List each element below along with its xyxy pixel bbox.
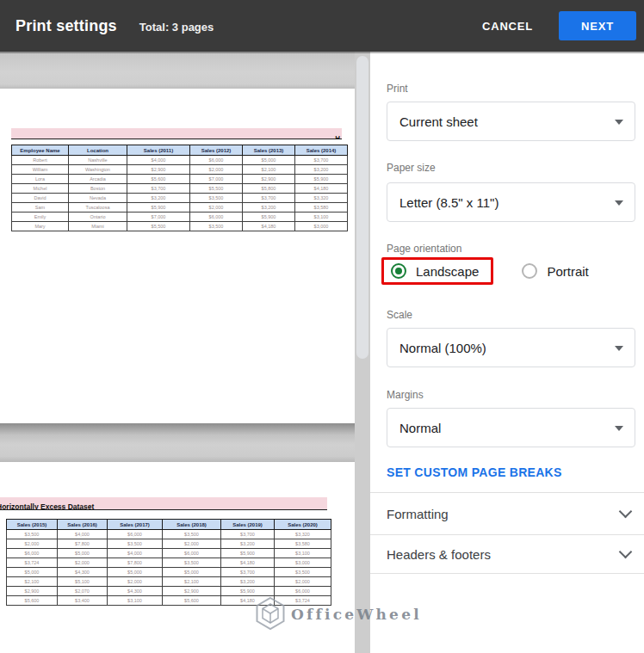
table-cell: $5,900 — [295, 175, 348, 184]
formatting-section-label: Formatting — [387, 507, 449, 521]
table-cell: $4,180 — [243, 222, 295, 231]
table-header-row: Employee NameLocationSales (2011)Sales (… — [12, 145, 348, 156]
table-cell: $3,200 — [127, 194, 190, 203]
table-cell: Miami — [69, 222, 127, 231]
table-cell: William — [12, 165, 69, 175]
table-cell: $5,600 — [7, 596, 58, 606]
table-cell: $5,900 — [243, 213, 295, 222]
radio-selected-icon[interactable] — [391, 263, 406, 279]
table-cell: $3,320 — [275, 530, 331, 539]
table-cell: $2,100 — [7, 577, 58, 587]
table-cell: Ontario — [69, 213, 127, 222]
table-cell: $4,300 — [58, 568, 108, 577]
dropdown-arrow-icon — [615, 200, 623, 206]
table-row: LoraArcadia$5,600$7,000$2,900$5,900 — [12, 175, 348, 184]
table-cell: $5,600 — [163, 596, 221, 606]
table-row: $3,500$4,000$6,000$3,500$3,700$3,320 — [7, 530, 331, 539]
table-cell: $3,500 — [7, 530, 58, 539]
table-cell: $4,000 — [127, 156, 190, 165]
table-cell: David — [12, 194, 69, 203]
preview-page-gap — [0, 423, 355, 462]
table-row: $5,000$4,300$5,000$5,000$3,700$3,500 — [7, 568, 331, 577]
table-cell: Sam — [12, 203, 69, 213]
table-cell: $7,800 — [58, 539, 108, 549]
table-cell: $5,000 — [163, 568, 221, 577]
page1-title-fragment: H — [335, 133, 342, 139]
table-row: $2,900$2,070$4,300$2,900$5,900$6,000 — [7, 587, 331, 596]
paper-size-field-label: Paper size — [387, 162, 436, 174]
table-cell: Michel — [12, 184, 69, 194]
table-cell: Washington — [69, 165, 127, 175]
table-cell: $6,000 — [163, 549, 221, 558]
print-preview-pane: H Employee NameLocationSales (2011)Sales… — [0, 52, 370, 653]
table-cell: $4,180 — [221, 596, 275, 606]
column-header: Sales (2017) — [108, 520, 163, 530]
paper-size-select[interactable]: Letter (8.5" x 11") — [387, 182, 635, 222]
table-cell: $4,000 — [108, 549, 163, 558]
table-cell: $6,000 — [190, 156, 243, 165]
column-header: Employee Name — [12, 145, 69, 156]
table-row: $2,100$5,100$2,000$2,100$3,200$2,000 — [7, 577, 331, 587]
table-cell: $3,100 — [275, 549, 331, 558]
table-cell: $3,700 — [127, 184, 190, 194]
column-header: Sales (2013) — [243, 145, 295, 156]
table-cell: $2,000 — [275, 577, 331, 587]
table-cell: $5,800 — [243, 184, 295, 194]
table-row: DavidNevada$3,200$3,500$3,700$3,320 — [12, 194, 348, 203]
column-header: Sales (2016) — [58, 520, 108, 530]
radio-unselected-icon[interactable] — [522, 263, 537, 279]
table-row: EmilyOntario$7,000$6,000$5,900$3,100 — [12, 213, 348, 222]
column-header: Sales (2015) — [7, 520, 58, 530]
table-row: $6,000$5,000$4,000$6,000$5,900$3,100 — [7, 549, 331, 558]
table-cell: $3,500 — [275, 568, 331, 577]
table-cell: $6,000 — [7, 549, 58, 558]
landscape-radio-option[interactable]: Landscape — [381, 257, 493, 285]
table-cell: $2,000 — [190, 165, 243, 175]
margins-select-value: Normal — [399, 421, 441, 435]
scale-select[interactable]: Normal (100%) — [387, 328, 635, 367]
cancel-button[interactable]: CANCEL — [477, 13, 538, 40]
table-cell: Tuscaloosa — [69, 203, 127, 213]
table-cell: $3,000 — [295, 222, 348, 231]
next-button[interactable]: NEXT — [559, 11, 636, 40]
table-cell: Nevada — [69, 194, 127, 203]
page-orientation-radio-group: Landscape Portrait — [381, 257, 589, 285]
table-cell: Boston — [69, 184, 127, 194]
set-custom-page-breaks-link[interactable]: SET CUSTOM PAGE BREAKS — [387, 465, 562, 479]
preview-scrollbar-thumb[interactable] — [356, 56, 368, 359]
table-cell: $4,180 — [295, 184, 348, 194]
print-select[interactable]: Current sheet — [387, 102, 635, 141]
page-orientation-field-label: Page orientation — [387, 243, 461, 255]
margins-field-label: Margins — [387, 389, 424, 401]
table-cell: $4,300 — [108, 587, 163, 596]
section-formatting[interactable]: Formatting — [370, 492, 644, 534]
table-cell: Emily — [12, 213, 69, 222]
margins-select[interactable]: Normal — [387, 408, 635, 447]
table-cell: $5,900 — [127, 203, 190, 213]
table-cell: $2,900 — [127, 165, 190, 175]
section-headers-footers[interactable]: Headers & footers — [370, 534, 644, 574]
preview-scrollbar-track[interactable] — [355, 52, 370, 653]
column-header: Sales (2012) — [190, 145, 243, 156]
table-cell: $5,900 — [221, 587, 275, 596]
table-cell: $2,000 — [108, 577, 163, 587]
table-cell: $5,000 — [58, 549, 108, 558]
table-cell: $3,700 — [221, 530, 275, 539]
table-cell: $3,500 — [190, 222, 243, 231]
preview-page-2: Horizontally Excess Dataset Sales (2015)… — [0, 462, 355, 653]
chevron-down-icon — [619, 545, 633, 559]
table-cell: $2,100 — [163, 577, 221, 587]
table-cell: $3,000 — [275, 558, 331, 568]
page2-title-band: Horizontally Excess Dataset — [0, 497, 327, 510]
table-cell: $2,000 — [7, 539, 58, 549]
print-settings-panel: Print Current sheet Paper size Letter (8… — [370, 52, 644, 653]
portrait-radio-option[interactable]: Portrait — [522, 263, 588, 279]
table-cell: $2,100 — [243, 165, 295, 175]
page-title: Print settings — [15, 17, 117, 35]
table-cell: Nashville — [69, 156, 127, 165]
table-cell: $5,000 — [243, 156, 295, 165]
table-cell: $2,070 — [58, 587, 108, 596]
column-header: Location — [69, 145, 127, 156]
table-cell: Robert — [12, 156, 69, 165]
table-row: $3,724$2,000$7,800$3,500$4,180$3,000 — [7, 558, 331, 568]
